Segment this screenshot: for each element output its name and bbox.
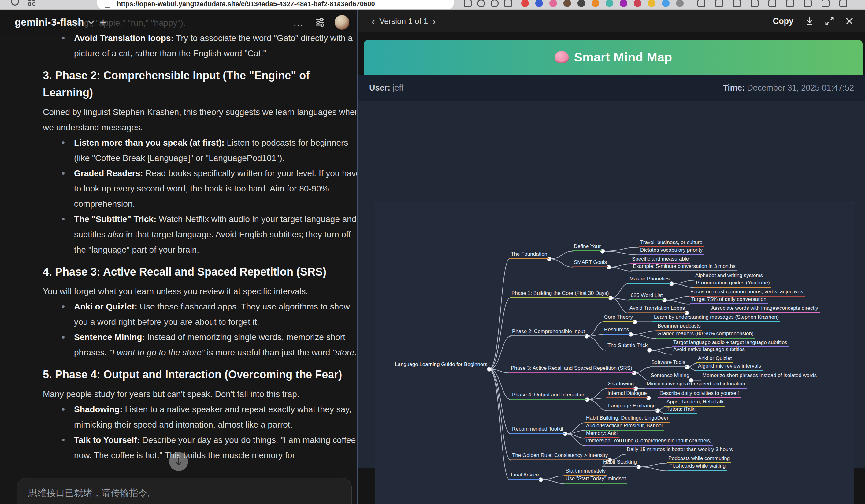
mindmap-node-p1b1[interactable]: Focus on most common nouns, verbs, adjec… [689,289,805,297]
mindmap-node-p2b2[interactable]: Graded readers (80-90% comprehension) [656,331,755,339]
mindmap-node-p3a1[interactable]: Anki or Quizlet [696,355,734,363]
mindmap-node-tk2[interactable]: Audio/Practical: Pimsleur, Babbel [585,423,664,431]
mindmap-node-f[interactable]: The Foundation [509,251,549,259]
blocker-icon[interactable] [477,0,485,7]
mindmap-node-p1a2[interactable]: Pronunciation guides (YouTube) [694,280,771,288]
mindmap-node-f2b[interactable]: Example: 5-minute conversation in 3 mont… [631,263,737,271]
shield-icon[interactable] [786,0,794,7]
mindmap-node-p4b[interactable]: Internal Dialogue [606,390,648,398]
mindmap-node-p2c[interactable]: The Subtitle Trick [606,342,649,351]
mindmap-node-p4a1[interactable]: Mimic native speaker speed and intonatio… [645,381,747,389]
avatar[interactable] [335,15,349,30]
fullscreen-expand-icon[interactable] [824,16,834,26]
mindmap-node-gr[interactable]: The Golden Rule: Consistency > Intensity [510,452,609,460]
mindmap-node-p1b[interactable]: 625 Word List [629,292,664,300]
extension-icon[interactable] [634,0,642,7]
mindmap-node-p2a1[interactable]: Learn by understanding messages (Stephen… [653,314,780,322]
mindmap-node-p4c1[interactable]: Apps: Tandem, HelloTalk [665,399,725,407]
extension-icon[interactable] [620,0,627,7]
extension-icon[interactable] [676,0,684,7]
extension-icon[interactable] [521,0,529,7]
mindmap-node-p1a1[interactable]: Alphabet and writing systems [694,272,764,280]
mindmap-node-p3a2[interactable]: Algorithmic review intervals [696,363,762,371]
next-version-icon[interactable]: › [428,15,440,27]
scroll-to-bottom-button[interactable] [169,452,188,471]
mindmap-node-fa[interactable]: Final Advice [509,472,541,480]
mindmap-node-p4c2[interactable]: Tutors: iTalki [665,406,697,414]
mindmap-node-p1c[interactable]: Avoid Translation Loops [628,305,687,313]
mindmap-node-f2a[interactable]: Specific and measurable [631,256,690,264]
more-options-icon[interactable]: … [293,16,304,28]
download-icon[interactable] [733,0,741,7]
mindmap-node-p2c2[interactable]: Avoid native language subtitles [672,347,746,354]
mindmap-node-p3b1[interactable]: Memorize short phrases instead of isolat… [701,373,818,380]
reader-view-icon[interactable] [464,0,472,7]
mindmap-node-p3b[interactable]: Sentence Mining [649,373,691,380]
mindmap-node-p4b1[interactable]: Describe daily activities to yourself [658,390,740,398]
mindmap-node-p2a[interactable]: Core Theory [602,314,634,322]
bookmark-icon[interactable] [504,0,512,7]
tab-grid-icon[interactable] [28,0,35,5]
puzzle-icon[interactable] [768,0,776,7]
mindmap-node-gr2[interactable]: Habit Stacking [602,459,638,467]
extension-icon[interactable] [662,0,670,7]
mindmap-node-p1[interactable]: Phase 1: Building the Core (First 30 Day… [510,290,610,298]
mindmap-node-p2[interactable]: Phase 2: Comprehensible Input [510,328,586,337]
previous-version-icon[interactable]: ‹ [367,15,379,27]
search-icon[interactable] [491,0,498,7]
extension-icon[interactable] [648,0,656,7]
mindmap-node-root[interactable]: Language Learning Guide for Beginners [393,362,489,370]
mindmap-node-gr2b[interactable]: Flashcards while waiting [668,463,727,471]
history-icon[interactable] [751,0,759,7]
mindmap-node-f1a[interactable]: Travel, business, or culture [639,239,704,247]
extension-icon[interactable] [563,0,571,7]
mindmap-node-p4c[interactable]: Language Exchange [607,403,657,411]
mindmap-canvas[interactable]: Language Learning Guide for BeginnersThe… [375,202,854,504]
tabs-icon[interactable] [821,0,830,7]
mindmap-node-p1b2[interactable]: Target 75% of daily conversation [690,296,768,304]
mindmap-node-f1[interactable]: Define Your [572,244,602,251]
mindmap-node-tk[interactable]: Recommended Toolkit [510,426,565,434]
mindmap-node-f2[interactable]: SMART Goals [572,259,608,267]
mindmap-node-tk4[interactable]: Immersion: YouTube (Comprehensible Input… [585,438,713,446]
extension-icon[interactable] [549,0,557,7]
extension-icon[interactable] [606,0,613,7]
controls-sliders-icon[interactable] [314,17,325,27]
download-icon[interactable] [805,16,814,26]
menu-icon[interactable] [839,0,847,7]
mindmap-node-p3[interactable]: Phase 3: Active Recall and Spaced Repeti… [509,365,634,373]
extension-icon[interactable] [577,0,585,7]
mindmap-node-p1a[interactable]: Master Phonetics [628,276,671,284]
mindmap-node-p2b[interactable]: Resources [602,327,631,335]
new-chat-button[interactable]: + [100,16,106,29]
bullet-dot [62,438,65,441]
mindmap-node-p1c1[interactable]: Associate words with images/concepts dir… [710,305,820,313]
profile-icon[interactable] [804,0,812,7]
mindmap-node-p3a[interactable]: Software Tools [650,359,687,367]
mindmap-node-f1b[interactable]: Dictates vocabulary priority [639,247,704,255]
bell-icon[interactable] [697,0,705,7]
mindmap-node-fa1[interactable]: Start immediately [564,468,607,476]
sidebar-icon[interactable] [715,0,723,7]
mindmap-node-p4a[interactable]: Shadowing [607,381,635,389]
user-info: User: jeff [369,83,403,93]
mindmap-node-fa2[interactable]: Use "Start Today" mindset [564,476,627,483]
copy-button[interactable]: Copy [773,16,794,26]
address-bar[interactable]: https://open-webui.yangtzedudata.site/c/… [97,0,453,9]
bullet-dot [62,37,65,39]
reload-icon[interactable] [11,0,19,5]
model-title[interactable]: gemini-3-flash [15,16,84,28]
mindmap-node-gr2a[interactable]: Podcasts while commuting [667,455,731,463]
version-label: Version 1 of 1 [379,16,428,26]
mindmap-node-gr1[interactable]: Daily 15 minutes is better than weekly 3… [625,446,735,455]
mindmap-node-p4[interactable]: Phase 4: Output and Interaction [510,392,587,400]
mindmap-node-p2b1[interactable]: Beginner podcasts [656,323,702,331]
mindmap-node-tk1[interactable]: Habit Building: Duolingo, LingoDeer [585,415,670,423]
chevron-down-icon[interactable] [88,20,94,24]
extension-icon[interactable] [535,0,543,7]
close-icon[interactable] [845,16,854,26]
mindmap-node-tk3[interactable]: Memory: Anki [585,430,619,438]
extension-icon[interactable] [591,0,599,7]
url-text[interactable]: https://open-webui.yangtzedudata.site/c/… [97,0,375,9]
chat-input[interactable] [17,478,351,504]
